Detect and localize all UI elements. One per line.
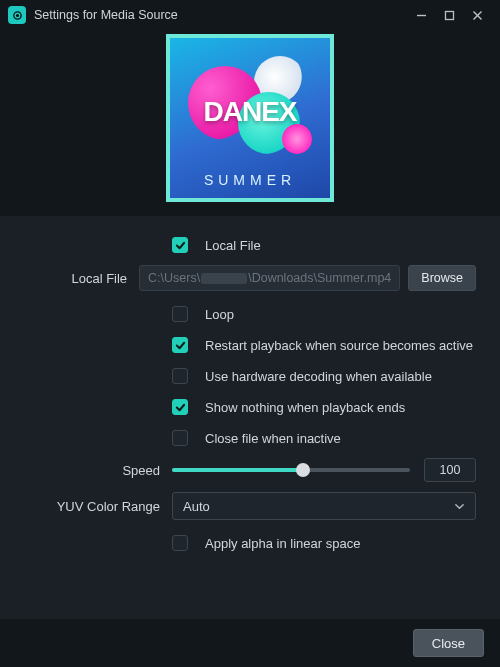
speed-label: Speed [24, 463, 172, 478]
svg-rect-3 [445, 11, 453, 19]
speed-slider-fill [172, 468, 303, 472]
speed-slider[interactable] [172, 468, 410, 472]
preview-region: DANEX SUMMER [0, 30, 500, 216]
speed-slider-thumb[interactable] [296, 463, 310, 477]
close-file-checkbox[interactable] [172, 430, 188, 446]
media-preview-thumbnail: DANEX SUMMER [166, 34, 334, 202]
local-file-row-label: Local File [24, 271, 139, 286]
dialog-footer: Close [0, 619, 500, 667]
close-file-checkbox-label: Close file when inactive [205, 431, 341, 446]
close-button[interactable]: Close [413, 629, 484, 657]
browse-button[interactable]: Browse [408, 265, 476, 291]
path-prefix: C:\Users\ [148, 271, 200, 285]
local-file-checkbox-label: Local File [205, 238, 261, 253]
path-redacted-segment [201, 273, 247, 284]
path-suffix: \Downloads\Summer.mp4 [248, 271, 391, 285]
preview-art-word: DANEX [170, 96, 330, 128]
maximize-button[interactable] [442, 8, 456, 22]
hardware-decoding-checkbox[interactable] [172, 368, 188, 384]
show-nothing-checkbox[interactable] [172, 399, 188, 415]
apply-alpha-checkbox[interactable] [172, 535, 188, 551]
minimize-button[interactable] [414, 8, 428, 22]
loop-checkbox[interactable] [172, 306, 188, 322]
show-nothing-checkbox-label: Show nothing when playback ends [205, 400, 405, 415]
local-file-checkbox[interactable] [172, 237, 188, 253]
chevron-down-icon [454, 501, 465, 512]
hardware-decoding-checkbox-label: Use hardware decoding when available [205, 369, 432, 384]
yuv-color-range-select[interactable]: Auto [172, 492, 476, 520]
apply-alpha-checkbox-label: Apply alpha in linear space [205, 536, 360, 551]
close-window-button[interactable] [470, 8, 484, 22]
preview-subtitle: SUMMER [170, 172, 330, 188]
yuv-label: YUV Color Range [24, 499, 172, 514]
app-icon [8, 6, 26, 24]
svg-point-1 [16, 14, 18, 16]
window-title: Settings for Media Source [34, 8, 414, 22]
restart-playback-checkbox[interactable] [172, 337, 188, 353]
loop-checkbox-label: Loop [205, 307, 234, 322]
restart-playback-checkbox-label: Restart playback when source becomes act… [205, 338, 473, 353]
yuv-select-value: Auto [183, 499, 210, 514]
speed-value-input[interactable]: 100 [424, 458, 476, 482]
local-file-path-input[interactable]: C:\Users\\Downloads\Summer.mp4 [139, 265, 400, 291]
titlebar: Settings for Media Source [0, 0, 500, 30]
